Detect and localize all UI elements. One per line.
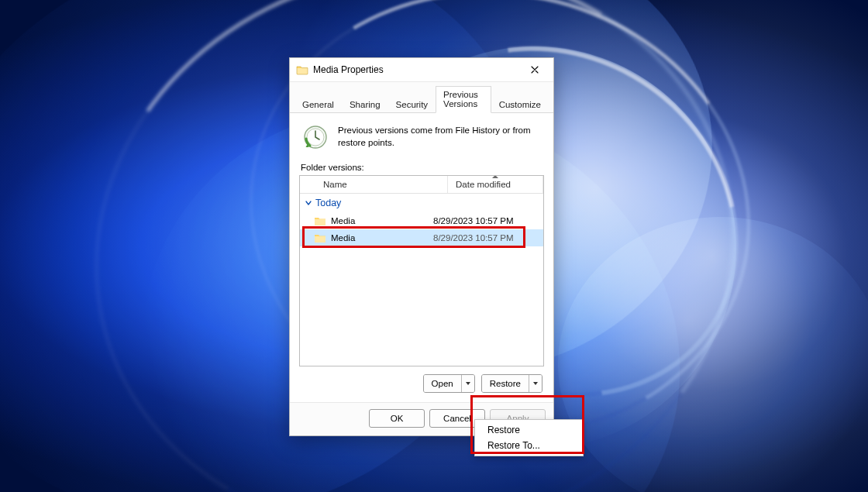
item-name: Media <box>331 216 429 225</box>
open-split-button[interactable]: Open <box>423 374 475 393</box>
list-item[interactable]: Media 8/29/2023 10:57 PM <box>300 212 543 229</box>
titlebar[interactable]: Media Properties <box>290 58 553 82</box>
menu-item-restore[interactable]: Restore <box>477 422 581 438</box>
ok-button[interactable]: OK <box>369 409 425 428</box>
history-clock-icon <box>302 124 329 150</box>
info-text: Previous versions come from File History… <box>338 125 541 149</box>
action-row: Open Restore <box>299 366 544 396</box>
caret-down-icon <box>532 381 539 386</box>
versions-list[interactable]: Name Date modified Today <box>299 175 544 366</box>
folder-icon <box>314 232 326 243</box>
close-icon <box>531 66 539 74</box>
group-label: Today <box>315 198 341 208</box>
tab-customize[interactable]: Customize <box>491 96 549 113</box>
list-header: Name Date modified <box>300 176 543 194</box>
sort-indicator-icon <box>492 175 498 178</box>
folder-versions-label: Folder versions: <box>301 163 542 172</box>
restore-split-button[interactable]: Restore <box>481 374 542 393</box>
properties-dialog: Media Properties General Sharing Securit… <box>289 57 554 436</box>
item-date: 8/29/2023 10:57 PM <box>429 216 543 225</box>
tab-previous-versions[interactable]: Previous Versions <box>436 86 491 113</box>
folder-icon <box>314 215 326 226</box>
restore-dropdown-button[interactable] <box>529 375 542 392</box>
tab-sharing[interactable]: Sharing <box>342 96 388 113</box>
tab-general[interactable]: General <box>294 96 342 113</box>
open-button[interactable]: Open <box>424 375 462 392</box>
open-dropdown-button[interactable] <box>462 375 474 392</box>
window-title: Media Properties <box>313 64 521 75</box>
column-header-name[interactable]: Name <box>300 176 448 193</box>
column-header-date-label: Date modified <box>456 180 511 189</box>
group-today[interactable]: Today <box>300 194 543 212</box>
item-name: Media <box>331 233 429 243</box>
tab-body-previous-versions: Previous versions come from File History… <box>290 113 553 402</box>
list-item[interactable]: Media 8/29/2023 10:57 PM <box>300 229 543 246</box>
menu-item-restore-to[interactable]: Restore To... <box>477 438 581 453</box>
tab-security[interactable]: Security <box>388 96 436 113</box>
restore-dropdown-menu: Restore Restore To... <box>474 419 584 456</box>
chevron-down-icon <box>305 199 312 207</box>
close-button[interactable] <box>521 60 549 79</box>
restore-button[interactable]: Restore <box>482 375 529 392</box>
info-row: Previous versions come from File History… <box>299 121 544 158</box>
item-date: 8/29/2023 10:57 PM <box>429 233 543 243</box>
caret-down-icon <box>465 381 471 386</box>
folder-icon <box>296 64 308 75</box>
tab-strip: General Sharing Security Previous Versio… <box>290 82 553 113</box>
column-header-date-modified[interactable]: Date modified <box>448 176 543 193</box>
